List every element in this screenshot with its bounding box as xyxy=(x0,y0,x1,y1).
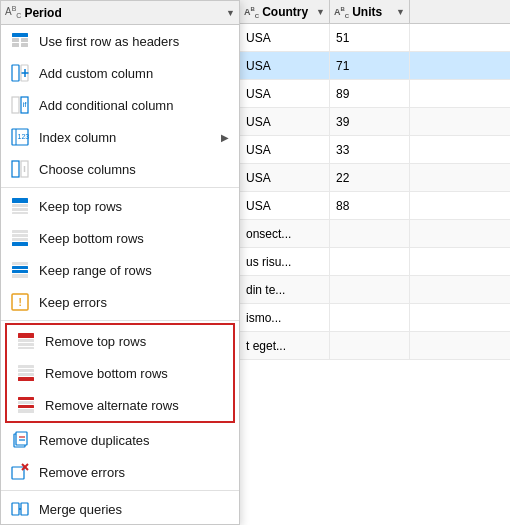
menu-label-remove-duplicates: Remove duplicates xyxy=(39,433,229,448)
country-label: Country xyxy=(262,5,314,19)
cell-units: 89 xyxy=(330,80,410,107)
table-header: ABC Country ▼ ABC Units ▼ xyxy=(240,0,510,24)
svg-rect-28 xyxy=(12,270,28,273)
menu-item-add-custom-col[interactable]: Add custom column xyxy=(1,57,239,89)
svg-rect-15 xyxy=(12,161,19,177)
svg-text:if: if xyxy=(23,100,28,109)
svg-text:!: ! xyxy=(19,297,22,308)
menu-label-keep-errors: Keep errors xyxy=(39,295,229,310)
keep-range-icon xyxy=(9,259,31,281)
cell-units: 51 xyxy=(330,24,410,51)
svg-rect-9 xyxy=(12,97,19,113)
country-filter-icon[interactable]: ▼ xyxy=(316,7,325,17)
cell-units xyxy=(330,332,410,359)
period-col-filter[interactable]: ▼ xyxy=(226,8,235,18)
menu-label-keep-bottom-rows: Keep bottom rows xyxy=(39,231,229,246)
table-row[interactable]: USA89 xyxy=(240,80,510,108)
svg-rect-26 xyxy=(12,262,28,265)
menu-item-remove-errors[interactable]: Remove errors xyxy=(1,456,239,488)
cell-units xyxy=(330,248,410,275)
menu-item-keep-bottom-rows[interactable]: Keep bottom rows xyxy=(1,222,239,254)
svg-rect-43 xyxy=(18,409,34,413)
country-type-icon: ABC xyxy=(244,6,259,19)
keep-top-icon xyxy=(9,195,31,217)
units-type-icon: ABC xyxy=(334,6,349,19)
svg-rect-32 xyxy=(18,333,34,338)
table-row[interactable]: din te... xyxy=(240,276,510,304)
cell-country: USA xyxy=(240,164,330,191)
menu-label-index-column: Index column xyxy=(39,130,221,145)
cell-country: t eget... xyxy=(240,332,330,359)
menu-item-keep-top-rows[interactable]: Keep top rows xyxy=(1,190,239,222)
table-row[interactable]: us risu... xyxy=(240,248,510,276)
units-filter-icon[interactable]: ▼ xyxy=(396,7,405,17)
table-row[interactable]: USA22 xyxy=(240,164,510,192)
svg-rect-3 xyxy=(12,43,19,47)
menu-item-remove-alternate-rows[interactable]: Remove alternate rows xyxy=(7,389,233,421)
submenu-arrow-icon: ▶ xyxy=(221,132,229,143)
menu-item-remove-duplicates[interactable]: Remove duplicates xyxy=(1,424,239,456)
table-row[interactable]: onsect... xyxy=(240,220,510,248)
svg-rect-52 xyxy=(21,503,28,515)
country-header[interactable]: ABC Country ▼ xyxy=(240,0,330,24)
svg-rect-23 xyxy=(12,234,28,237)
table-body: USA51USA71USA89USA39USA33USA22USA88onsec… xyxy=(240,24,510,360)
svg-rect-40 xyxy=(18,397,34,400)
table-row[interactable]: USA88 xyxy=(240,192,510,220)
menu-label-choose-columns: Choose columns xyxy=(39,162,229,177)
cell-units: 71 xyxy=(330,52,410,79)
menu-item-remove-top-rows[interactable]: Remove top rows xyxy=(7,325,233,357)
svg-rect-41 xyxy=(18,401,34,404)
menu-item-keep-range-rows[interactable]: Keep range of rows xyxy=(1,254,239,286)
svg-rect-0 xyxy=(12,33,28,37)
table-row[interactable]: t eget... xyxy=(240,332,510,360)
svg-rect-24 xyxy=(12,238,28,241)
menu-label-use-first-row: Use first row as headers xyxy=(39,34,229,49)
table-row[interactable]: USA39 xyxy=(240,108,510,136)
menu-separator xyxy=(1,490,239,491)
menu-item-merge-queries[interactable]: Merge queries xyxy=(1,493,239,525)
cell-country: onsect... xyxy=(240,220,330,247)
svg-rect-25 xyxy=(12,242,28,246)
menu-label-remove-errors: Remove errors xyxy=(39,465,229,480)
menu-item-add-conditional-col[interactable]: ifAdd conditional column xyxy=(1,89,239,121)
remove-rows-group: Remove top rowsRemove bottom rowsRemove … xyxy=(5,323,235,423)
units-header[interactable]: ABC Units ▼ xyxy=(330,0,410,24)
table-row[interactable]: USA33 xyxy=(240,136,510,164)
cell-country: USA xyxy=(240,192,330,219)
menu-item-use-first-row[interactable]: Use first row as headers xyxy=(1,25,239,57)
svg-rect-1 xyxy=(12,38,19,42)
svg-rect-45 xyxy=(16,432,27,445)
cell-units xyxy=(330,304,410,331)
menu-item-index-column[interactable]: 123Index column▶ xyxy=(1,121,239,153)
period-col-icon: ABC xyxy=(5,5,21,19)
remove-top-icon xyxy=(15,330,37,352)
table-row[interactable]: ismo... xyxy=(240,304,510,332)
table-row[interactable]: USA51 xyxy=(240,24,510,52)
cell-units: 22 xyxy=(330,164,410,191)
cell-units: 33 xyxy=(330,136,410,163)
cell-country: USA xyxy=(240,24,330,51)
cell-units xyxy=(330,220,410,247)
menu-label-remove-bottom-rows: Remove bottom rows xyxy=(45,366,223,381)
remove-dup-icon xyxy=(9,429,31,451)
merge-icon xyxy=(9,498,31,520)
svg-text:123: 123 xyxy=(18,133,30,140)
svg-rect-39 xyxy=(18,377,34,381)
table-row[interactable]: USA71 xyxy=(240,52,510,80)
svg-rect-21 xyxy=(12,212,28,214)
menu-label-add-conditional-col: Add conditional column xyxy=(39,98,229,113)
context-menu: ABC Period ▼ Use first row as headersAdd… xyxy=(0,0,240,525)
custom-col-icon xyxy=(9,62,31,84)
remove-err-icon xyxy=(9,461,31,483)
menu-item-remove-bottom-rows[interactable]: Remove bottom rows xyxy=(7,357,233,389)
menu-item-keep-errors[interactable]: !Keep errors xyxy=(1,286,239,318)
menu-label-remove-top-rows: Remove top rows xyxy=(45,334,223,349)
remove-alt-icon xyxy=(15,394,37,416)
period-col-label: Period xyxy=(24,6,226,20)
table-header-icon xyxy=(9,30,31,52)
menu-item-choose-columns[interactable]: Choose columns xyxy=(1,153,239,185)
svg-rect-5 xyxy=(12,65,19,81)
cell-country: us risu... xyxy=(240,248,330,275)
svg-rect-42 xyxy=(18,405,34,408)
